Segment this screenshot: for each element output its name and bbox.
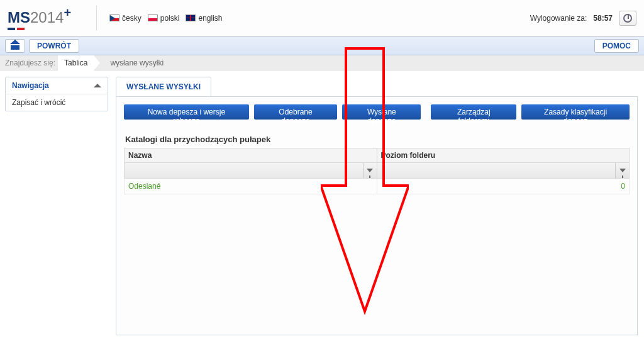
classification-rules-button[interactable]: Zasady klasyfikacji depesz — [521, 104, 630, 120]
logo-ms: MS — [8, 9, 30, 26]
breadcrumb: Znajdujesz się: Tablica wysłane wysyłki — [0, 55, 644, 70]
button-row: Nowa depesza i wersje robocze Odebrane d… — [124, 104, 630, 120]
lang-english[interactable]: english — [186, 14, 222, 23]
flag-en-icon — [186, 14, 196, 21]
help-button[interactable]: POMOC — [594, 39, 639, 53]
sidebar-item-save-back[interactable]: Zapisać i wrócić — [6, 94, 108, 111]
nav-toggle[interactable]: Nawigacja — [6, 77, 108, 94]
lang-label: česky — [122, 14, 142, 23]
lang-label: english — [198, 14, 222, 23]
header-right: Wylogowanie za: 58:57 — [530, 11, 636, 26]
filter-cell-level — [377, 163, 630, 179]
funnel-icon — [367, 169, 373, 172]
back-label: POWRÓT — [37, 42, 71, 50]
sent-button[interactable]: Wysłane depesze — [342, 104, 421, 120]
chevron-up-icon — [94, 84, 101, 87]
lang-label: polski — [160, 14, 180, 23]
filter-input-name[interactable] — [125, 163, 363, 178]
nav-panel: Nawigacja Zapisać i wrócić — [5, 77, 108, 111]
language-switcher: česky polski english — [109, 14, 222, 23]
separator — [96, 6, 97, 31]
filter-input-level[interactable] — [377, 163, 616, 178]
manage-folders-button[interactable]: Zarządzaj folderami — [431, 104, 516, 120]
sidebar: Nawigacja Zapisać i wrócić — [0, 70, 113, 346]
filter-cell-name — [125, 163, 377, 179]
logo-plus: + — [64, 6, 71, 20]
logout-label: Wylogowanie za: — [530, 14, 587, 23]
home-button[interactable] — [5, 39, 25, 53]
col-name-header[interactable]: Nazwa — [125, 148, 377, 163]
toolbar: POWRÓT POMOC — [0, 36, 644, 55]
table-row[interactable]: Odeslané 0 — [125, 179, 630, 194]
breadcrumb-prefix: Znajdujesz się: — [5, 59, 55, 67]
filter-button-level[interactable] — [615, 163, 629, 178]
cell-level: 0 — [377, 179, 630, 194]
lang-czech[interactable]: česky — [109, 14, 142, 23]
power-icon — [623, 14, 632, 23]
funnel-icon — [619, 169, 626, 172]
breadcrumb-item[interactable]: Tablica — [58, 55, 94, 70]
logo-underline — [8, 28, 71, 30]
breadcrumb-item[interactable]: wysłane wysyłki — [104, 55, 170, 70]
app-logo: MS2014+ — [8, 6, 71, 30]
col-level-header[interactable]: Poziom folderu — [377, 148, 630, 163]
logo-year: 2014 — [30, 9, 64, 26]
tab-bar: WYSŁANE WYSYŁKI — [116, 77, 638, 96]
new-message-button[interactable]: Nowa depesza i wersje robocze — [124, 104, 249, 120]
section-title: Katalogi dla przychodzących pułapek — [125, 135, 630, 144]
logout-countdown: 58:57 — [593, 14, 613, 23]
folder-table: Nazwa Poziom folderu — [124, 148, 630, 194]
nav-title: Nawigacja — [12, 81, 49, 90]
lang-polish[interactable]: polski — [148, 14, 180, 23]
content-area: WYSŁANE WYSYŁKI Nowa depesza i wersje ro… — [113, 70, 644, 346]
top-header: MS2014+ česky polski english Wylogowanie… — [0, 0, 644, 36]
panel: Nowa depesza i wersje robocze Odebrane d… — [116, 96, 638, 335]
flag-cz-icon — [109, 14, 119, 21]
logout-button[interactable] — [619, 11, 636, 26]
home-icon — [11, 42, 19, 50]
flag-pl-icon — [148, 14, 158, 21]
filter-button-name[interactable] — [363, 163, 377, 178]
tab-sent[interactable]: WYSŁANE WYSYŁKI — [116, 77, 211, 96]
help-label: POMOC — [602, 42, 631, 50]
back-button[interactable]: POWRÓT — [29, 39, 79, 53]
cell-name: Odeslané — [125, 179, 377, 194]
received-button[interactable]: Odebrane depesze — [254, 104, 337, 120]
